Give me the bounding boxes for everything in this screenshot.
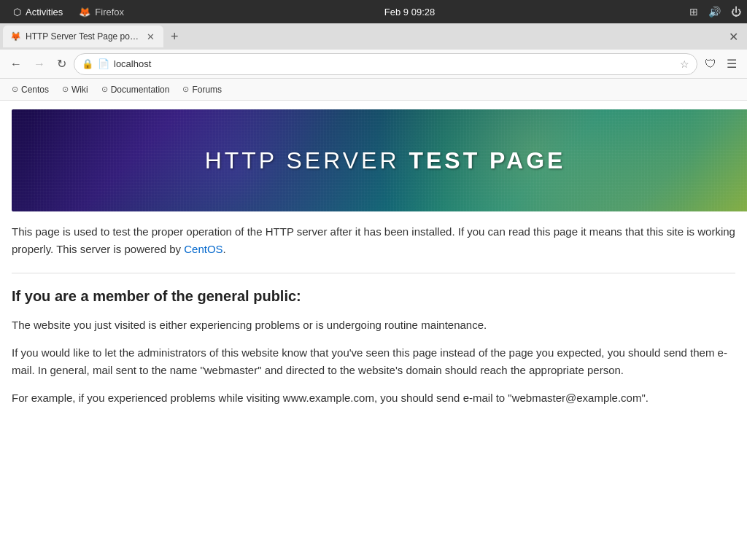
paragraph-2: If you would like to let the administrat… bbox=[12, 344, 735, 379]
intro-paragraph: This page is used to test the proper ope… bbox=[12, 223, 735, 258]
address-input[interactable] bbox=[114, 58, 676, 69]
forums-bookmark-label: Forums bbox=[192, 85, 222, 95]
security-icon: 🔒 bbox=[82, 58, 93, 69]
navigation-bar: ← → ↻ 🔒 📄 ☆ 🛡 ☰ bbox=[0, 50, 747, 79]
hero-banner: HTTP SERVER TEST PAGE bbox=[12, 109, 747, 211]
close-browser-button[interactable]: ✕ bbox=[723, 28, 744, 45]
system-datetime: Feb 9 09:28 bbox=[384, 7, 435, 18]
intro-text: This page is used to test the proper ope… bbox=[12, 225, 735, 255]
system-bar-right: ⊞ 🔊 ⏻ bbox=[689, 6, 741, 18]
firefox-favicon: 🦊 bbox=[79, 7, 90, 18]
back-button[interactable]: ← bbox=[6, 55, 26, 74]
page-content: HTTP SERVER TEST PAGE This page is used … bbox=[0, 101, 747, 560]
bookmarks-bar: ⊙ Centos ⊙ Wiki ⊙ Documentation ⊙ Forums bbox=[0, 79, 747, 101]
docs-bookmark-label: Documentation bbox=[111, 85, 170, 95]
firefox-indicator: 🦊 Firefox bbox=[73, 4, 130, 20]
new-tab-button[interactable]: + bbox=[165, 28, 185, 46]
nav-right-buttons: 🛡 ☰ bbox=[700, 54, 741, 74]
network-icon[interactable]: ⊞ bbox=[689, 6, 698, 18]
paragraph-1: The website you just visited is either e… bbox=[12, 316, 735, 334]
divider bbox=[12, 273, 735, 273]
centos-link-text: CentOS bbox=[184, 243, 222, 255]
centos-link[interactable]: CentOS bbox=[184, 243, 222, 255]
centos-bookmark-icon: ⊙ bbox=[12, 85, 18, 94]
tab-bar: 🦊 HTTP Server Test Page powe ✕ + ✕ bbox=[0, 23, 747, 50]
wiki-bookmark-icon: ⊙ bbox=[62, 85, 69, 94]
hero-title: HTTP SERVER TEST PAGE bbox=[205, 147, 566, 174]
file-icon: 📄 bbox=[98, 58, 109, 69]
wiki-bookmark-label: Wiki bbox=[71, 85, 88, 95]
section1-heading: If you are a member of the general publi… bbox=[12, 288, 735, 305]
tab-close-button[interactable]: ✕ bbox=[145, 31, 156, 42]
hero-title-part2: TEST PAGE bbox=[409, 147, 565, 174]
address-bar-container: 🔒 📄 ☆ bbox=[74, 53, 697, 75]
forward-button[interactable]: → bbox=[29, 55, 50, 74]
page-body: This page is used to test the proper ope… bbox=[0, 223, 747, 429]
firefox-label: Firefox bbox=[95, 7, 124, 18]
forums-bookmark-icon: ⊙ bbox=[182, 85, 189, 94]
power-icon[interactable]: ⏻ bbox=[731, 6, 741, 18]
paragraph-3: For example, if you experienced problems… bbox=[12, 389, 735, 407]
reload-button[interactable]: ↻ bbox=[53, 54, 71, 74]
centos-bookmark-label: Centos bbox=[21, 85, 49, 95]
activities-button[interactable]: ⬡ Activities bbox=[6, 4, 70, 20]
bookmark-wiki[interactable]: ⊙ Wiki bbox=[56, 83, 94, 96]
browser-chrome: 🦊 HTTP Server Test Page powe ✕ + ✕ ← → ↻… bbox=[0, 23, 747, 101]
bookmark-forums[interactable]: ⊙ Forums bbox=[177, 83, 228, 96]
bookmark-centos[interactable]: ⊙ Centos bbox=[6, 83, 55, 96]
tab-favicon: 🦊 bbox=[10, 31, 21, 42]
hero-title-part1: HTTP SERVER bbox=[205, 147, 409, 174]
docs-bookmark-icon: ⊙ bbox=[101, 85, 108, 94]
bookmark-documentation[interactable]: ⊙ Documentation bbox=[96, 83, 176, 96]
activities-icon: ⬡ bbox=[13, 7, 21, 18]
system-bar-left: ⬡ Activities 🦊 Firefox bbox=[6, 4, 130, 20]
container-button[interactable]: 🛡 bbox=[700, 54, 721, 74]
intro-end: . bbox=[223, 243, 226, 255]
activities-label: Activities bbox=[26, 7, 63, 18]
menu-button[interactable]: ☰ bbox=[722, 54, 741, 74]
volume-icon[interactable]: 🔊 bbox=[708, 6, 721, 18]
system-bar: ⬡ Activities 🦊 Firefox Feb 9 09:28 ⊞ 🔊 ⏻ bbox=[0, 0, 747, 23]
bookmark-star-icon[interactable]: ☆ bbox=[680, 58, 689, 70]
tab-title: HTTP Server Test Page powe bbox=[26, 31, 141, 42]
browser-tab[interactable]: 🦊 HTTP Server Test Page powe ✕ bbox=[3, 26, 163, 47]
